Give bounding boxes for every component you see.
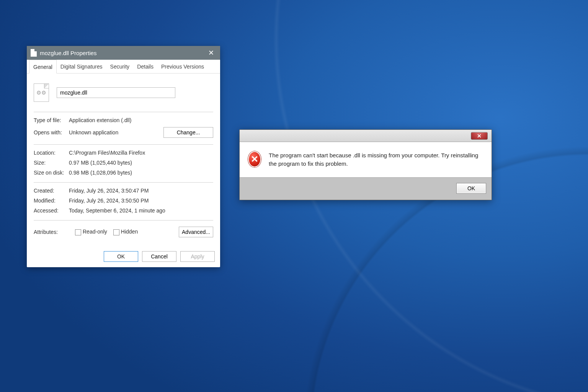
tab-details[interactable]: Details (133, 60, 157, 73)
properties-titlebar[interactable]: mozglue.dll Properties ✕ (27, 46, 220, 60)
readonly-label: Read-only (83, 229, 107, 235)
type-of-file-label: Type of file: (34, 117, 69, 123)
error-footer: OK (240, 177, 492, 200)
tab-digital-signatures[interactable]: Digital Signatures (57, 60, 106, 73)
error-dialog: ✕ ✕ The program can't start because .dll… (239, 129, 492, 200)
file-type-icon: ⚙⚙ (34, 83, 49, 102)
window-title: mozglue.dll Properties (40, 50, 96, 56)
apply-button: Apply (180, 251, 215, 262)
readonly-checkbox[interactable]: Read-only (75, 229, 107, 235)
size-on-disk-value: 0.98 MB (1,028,096 bytes) (69, 170, 132, 176)
opens-with-label: Opens with: (34, 129, 69, 136)
ok-button[interactable]: OK (104, 251, 138, 262)
properties-dialog: mozglue.dll Properties ✕ General Digital… (27, 46, 220, 267)
created-label: Created: (34, 188, 69, 194)
error-icon: ✕ (248, 151, 261, 167)
size-label: Size: (34, 160, 69, 166)
created-value: Friday, July 26, 2024, 3:50:47 PM (69, 188, 149, 194)
filename-input[interactable] (57, 87, 175, 98)
modified-label: Modified: (34, 198, 69, 204)
size-value: 0.97 MB (1,025,440 bytes) (69, 160, 132, 166)
accessed-label: Accessed: (34, 207, 69, 214)
attributes-label: Attributes: (34, 229, 69, 235)
file-icon (31, 49, 37, 57)
advanced-button[interactable]: Advanced... (179, 227, 213, 237)
tab-previous-versions[interactable]: Previous Versions (157, 60, 208, 73)
size-on-disk-label: Size on disk: (34, 170, 69, 176)
properties-footer: OK Cancel Apply (27, 247, 220, 267)
error-titlebar[interactable]: ✕ (240, 130, 492, 142)
hidden-label: Hidden (121, 229, 138, 235)
close-icon[interactable]: ✕ (206, 49, 216, 57)
close-icon[interactable]: ✕ (471, 132, 488, 140)
location-label: Location: (34, 150, 69, 156)
location-value: C:\Program Files\Mozilla Firefox (69, 150, 145, 156)
tab-security[interactable]: Security (106, 60, 134, 73)
hidden-checkbox[interactable]: Hidden (113, 229, 138, 235)
tab-strip: General Digital Signatures Security Deta… (27, 60, 220, 74)
modified-value: Friday, July 26, 2024, 3:50:50 PM (69, 198, 149, 204)
change-button[interactable]: Change... (163, 127, 213, 138)
cancel-button[interactable]: Cancel (142, 251, 176, 262)
error-message: The program can't start because .dll is … (269, 151, 483, 168)
tab-general[interactable]: General (29, 60, 57, 74)
accessed-value: Today, September 6, 2024, 1 minute ago (69, 207, 165, 214)
error-ok-button[interactable]: OK (456, 183, 486, 194)
properties-body: ⚙⚙ Type of file: Application extension (… (27, 74, 220, 247)
type-of-file-value: Application extension (.dll) (69, 117, 131, 123)
error-body: ✕ The program can't start because .dll i… (240, 142, 492, 177)
opens-with-value: Unknown application (69, 129, 118, 136)
